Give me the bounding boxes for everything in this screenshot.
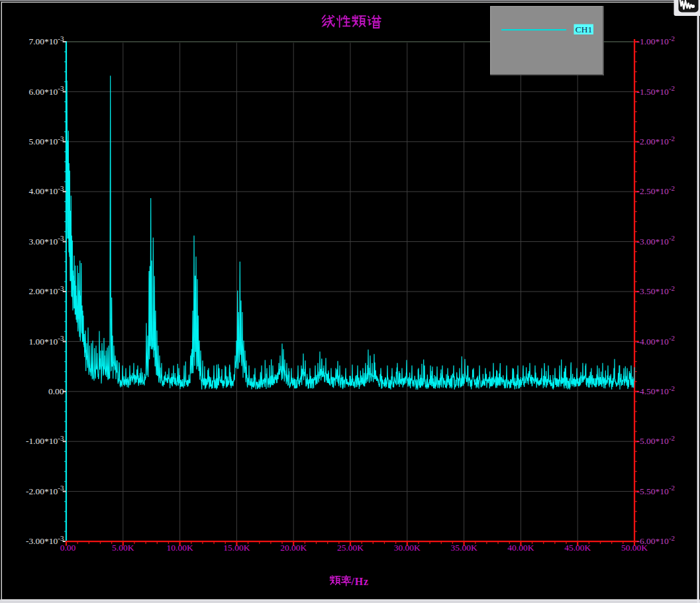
svg-text:0.00: 0.00 — [60, 543, 76, 553]
svg-text:CH1: CH1 — [575, 25, 593, 34]
svg-text:20.00K: 20.00K — [280, 543, 307, 553]
svg-text:5.00K: 5.00K — [112, 543, 134, 553]
svg-text:45.00K: 45.00K — [564, 543, 591, 553]
svg-text:50.00K: 50.00K — [621, 543, 648, 553]
svg-text:10.00K: 10.00K — [167, 543, 193, 553]
svg-text:35.00K: 35.00K — [451, 543, 477, 553]
svg-text:25.00K: 25.00K — [337, 543, 364, 553]
svg-text:/Hz: /Hz — [351, 576, 369, 587]
svg-text:40.00K: 40.00K — [507, 543, 534, 553]
svg-text:15.00K: 15.00K — [223, 543, 250, 553]
svg-text:30.00K: 30.00K — [394, 543, 421, 553]
svg-text:0.00: 0.00 — [48, 386, 64, 396]
